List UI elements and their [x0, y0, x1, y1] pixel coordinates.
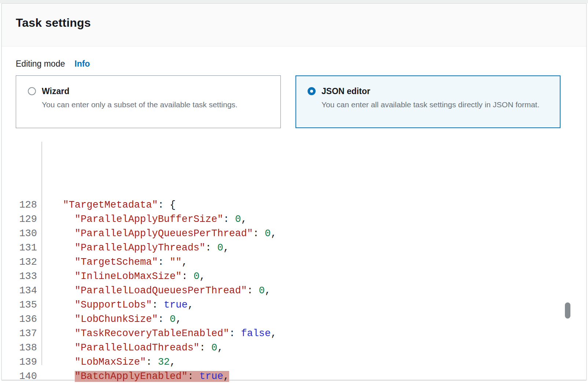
- line-number: 137: [16, 327, 40, 341]
- code-line-134: 134 "ParallelLoadQueuesPerThread": 0,: [16, 284, 572, 298]
- code-line-140: 140 "BatchApplyEnabled": true,: [16, 369, 572, 383]
- code-line-137: 137 "TaskRecoveryTableEnabled": false,: [16, 327, 572, 341]
- line-number: 140: [16, 369, 40, 383]
- code-text: "TaskRecoveryTableEnabled": false,: [40, 327, 277, 341]
- line-number: 132: [16, 255, 40, 269]
- code-text: "LobMaxSize": 32,: [40, 355, 176, 369]
- editing-mode-row: Editing mode Info: [16, 59, 572, 69]
- panel-title: Task settings: [16, 16, 572, 30]
- editing-mode-label: Editing mode: [16, 59, 65, 69]
- code-line-139: 139 "LobMaxSize": 32,: [16, 355, 572, 369]
- page-top-strip: [0, 0, 588, 3]
- wizard-title: Wizard: [42, 85, 238, 98]
- code-text: "BatchApplyEnabled": true,: [40, 369, 229, 383]
- code-line-136: 136 "LobChunkSize": 0,: [16, 312, 572, 327]
- wizard-radio-button[interactable]: [28, 87, 36, 95]
- editing-mode-options: Wizard You can enter only a subset of th…: [16, 75, 572, 128]
- code-text: "TargetSchema": "",: [40, 255, 188, 269]
- code-line-138: 138 "ParallelLoadThreads": 0,: [16, 341, 572, 355]
- line-number: 138: [16, 341, 40, 355]
- code-line-132: 132 "TargetSchema": "",: [16, 255, 572, 269]
- code-text: "ParallelLoadThreads": 0,: [40, 341, 223, 355]
- highlighted-code: "BatchApplyEnabled": true,: [75, 371, 229, 382]
- code-text: "ParallelApplyQueuesPerThread": 0,: [40, 227, 277, 241]
- line-number: 139: [16, 355, 40, 369]
- panel-content: Editing mode Info Wizard You can enter o…: [2, 47, 586, 383]
- line-number: 128: [16, 198, 40, 212]
- code-line-133: 133 "InlineLobMaxSize": 0,: [16, 269, 572, 284]
- gutter-separator: [41, 142, 42, 365]
- json-code-editor[interactable]: 128 "TargetMetadata": {129 "ParallelAppl…: [16, 141, 572, 383]
- vertical-scrollbar-thumb[interactable]: [565, 302, 570, 319]
- json-editor-card-text: JSON editor You can enter all available …: [321, 85, 540, 111]
- editing-mode-info-link[interactable]: Info: [74, 59, 90, 69]
- line-number: 136: [16, 312, 40, 327]
- line-number: 133: [16, 269, 40, 284]
- line-number: 129: [16, 212, 40, 227]
- wizard-mode-card[interactable]: Wizard You can enter only a subset of th…: [16, 75, 281, 128]
- task-settings-panel: Task settings Editing mode Info Wizard Y…: [1, 3, 587, 380]
- line-number: 135: [16, 298, 40, 312]
- json-editor-radio-button[interactable]: [308, 87, 316, 95]
- json-editor-description: You can enter all available task setting…: [321, 99, 540, 111]
- code-text: "TargetMetadata": {: [40, 198, 176, 212]
- code-text: "LobChunkSize": 0,: [40, 312, 181, 327]
- line-number: 130: [16, 227, 40, 241]
- line-number: 134: [16, 284, 40, 298]
- code-line-129: 129 "ParallelApplyBufferSize": 0,: [16, 212, 572, 227]
- code-text: "ParallelLoadQueuesPerThread": 0,: [40, 284, 271, 298]
- code-line-135: 135 "SupportLobs": true,: [16, 298, 572, 312]
- code-text: "ParallelApplyBufferSize": 0,: [40, 212, 247, 227]
- json-editor-title: JSON editor: [321, 85, 540, 98]
- code-text: "ParallelApplyThreads": 0,: [40, 241, 229, 255]
- code-line-130: 130 "ParallelApplyQueuesPerThread": 0,: [16, 227, 572, 241]
- code-line-128: 128 "TargetMetadata": {: [16, 198, 572, 212]
- code-line-131: 131 "ParallelApplyThreads": 0,: [16, 241, 572, 255]
- line-number: 131: [16, 241, 40, 255]
- code-text: "SupportLobs": true,: [40, 298, 194, 312]
- json-editor-mode-card[interactable]: JSON editor You can enter all available …: [295, 75, 561, 128]
- panel-header: Task settings: [2, 4, 586, 47]
- wizard-card-text: Wizard You can enter only a subset of th…: [42, 85, 238, 111]
- json-editor-card-inner: JSON editor You can enter all available …: [308, 85, 550, 111]
- code-text: "InlineLobMaxSize": 0,: [40, 269, 205, 284]
- wizard-card-inner: Wizard You can enter only a subset of th…: [28, 85, 270, 111]
- wizard-description: You can enter only a subset of the avail…: [42, 99, 238, 111]
